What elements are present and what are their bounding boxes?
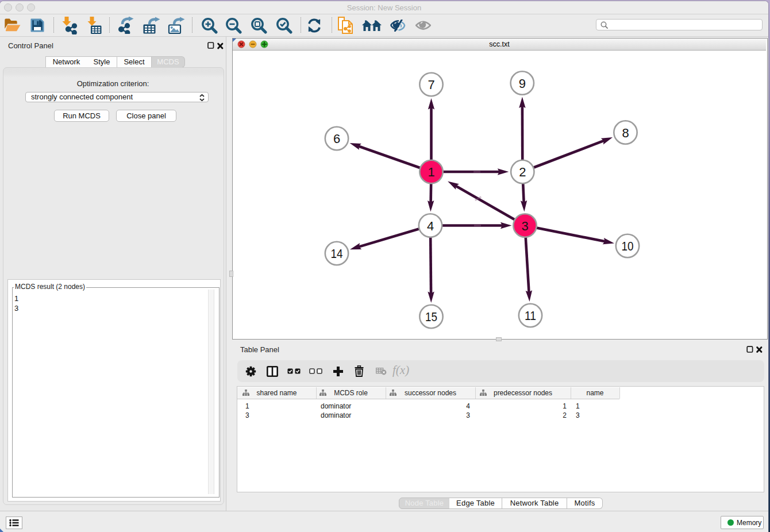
svg-text:8: 8 <box>622 126 629 140</box>
svg-text:3: 3 <box>521 219 528 233</box>
svg-text:6: 6 <box>333 132 340 146</box>
svg-text:15: 15 <box>425 310 437 324</box>
svg-text:2: 2 <box>519 165 526 179</box>
svg-text:1: 1 <box>428 165 434 179</box>
svg-text:4: 4 <box>427 219 434 233</box>
svg-text:14: 14 <box>331 246 343 261</box>
svg-text:11: 11 <box>525 309 536 323</box>
svg-text:10: 10 <box>622 239 634 253</box>
svg-text:9: 9 <box>519 76 526 91</box>
svg-text:7: 7 <box>428 78 434 92</box>
